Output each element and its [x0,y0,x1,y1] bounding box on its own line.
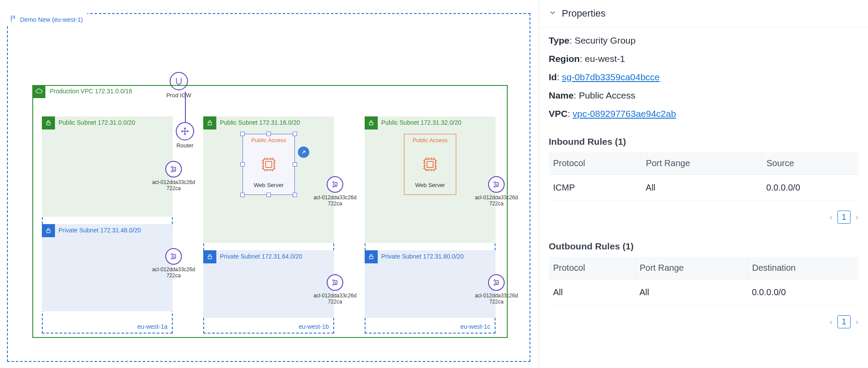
table-header[interactable]: Port Range [635,257,748,279]
property-key: VPC [549,109,567,119]
availability-zone-b[interactable]: Public Subnet 172.31.16.0/20 Public Acce… [203,116,334,334]
table-cell: 0.0.0.0/0 [762,175,858,201]
vpc-container[interactable]: Production VPC 172.31.0.0/16 Public Subn… [32,85,508,338]
property-key: Type [549,35,569,45]
nacl-label: acl-012dda33c26d722ca [152,266,195,279]
resize-handle[interactable] [267,132,271,136]
security-group-box[interactable]: Public Access Web Server [404,134,456,195]
properties-title: Properties [562,8,605,19]
properties-panel: Properties Type: Security Group Region: … [539,0,868,368]
properties-header[interactable]: Properties [539,0,868,27]
table-row[interactable]: All All 0.0.0.0/0 [549,279,858,306]
table-cell: 0.0.0.0/0 [748,279,858,306]
outbound-rules-heading: Outbound Rules (1) [549,241,858,252]
nacl-icon [327,176,343,193]
nacl-icon [165,248,182,265]
nacl-node[interactable]: acl-012dda33c26d722ca [152,161,195,192]
pager-next-icon[interactable]: › [856,213,858,222]
table-cell: All [641,175,762,201]
svg-rect-15 [425,159,436,170]
public-subnet-c-label: Public Subnet 172.31.32.0/20 [381,119,461,126]
svg-point-5 [174,257,174,258]
vpc-label: Production VPC 172.31.0.0/16 [50,88,132,95]
table-row[interactable]: ICMP All 0.0.0.0/0 [549,175,858,201]
availability-zone-c[interactable]: Public Subnet 172.31.32.0/20 Public Acce… [365,116,496,334]
private-subnet-c-label: Private Subnet 172.31.80.0/20 [381,253,464,260]
inbound-pager: ‹ 1 › [549,211,858,224]
architecture-canvas[interactable]: Demo New (eu-west-1) Prod IGW Router Pro… [0,0,539,368]
svg-point-13 [335,283,335,284]
svg-point-11 [335,185,335,186]
nacl-icon [488,176,505,193]
security-group-name: Public Access [404,137,456,143]
security-group-box-selected[interactable]: Public Access Web Server [243,134,295,195]
nacl-label: acl-012dda33c26d722ca [313,194,357,207]
svg-point-21 [496,283,497,284]
outbound-pager: ‹ 1 › [549,315,858,328]
nacl-label: acl-012dda33c26d722ca [152,179,195,192]
nacl-node[interactable]: acl-012dda33c26d722ca [313,176,357,207]
table-header[interactable]: Protocol [549,152,641,175]
property-key: Name [549,90,574,100]
svg-rect-17 [369,256,373,259]
svg-rect-9 [208,256,212,259]
property-id: Id: sg-0b7db3359ca04bcce [549,72,858,82]
table-header[interactable]: Destination [748,257,858,279]
flag-icon [10,15,17,24]
outbound-rules-table: Protocol Port Range Destination All All … [549,257,858,306]
nacl-label: acl-012dda33c26d722ca [475,293,518,305]
az-b-label: eu-west-1b [299,323,329,330]
security-group-id-link[interactable]: sg-0b7db3359ca04bcce [562,72,660,82]
svg-rect-6 [208,123,212,125]
lock-icon [365,116,378,129]
svg-point-3 [174,170,174,170]
pager-prev-icon[interactable]: ‹ [830,213,832,222]
table-header[interactable]: Source [762,152,858,175]
property-key: Region [549,54,580,64]
nacl-node[interactable]: acl-012dda33c26d722ca [475,274,518,305]
pager-current-page[interactable]: 1 [837,315,851,328]
resize-handle[interactable] [293,162,297,167]
nacl-label: acl-012dda33c26d722ca [475,194,518,207]
private-subnet-a-label: Private Subnet 172.31.48.0/20 [58,227,141,234]
nacl-icon [488,274,505,291]
resize-handle[interactable] [267,193,271,197]
direction-badge-icon[interactable] [298,147,309,158]
lock-icon [42,224,55,237]
table-header[interactable]: Port Range [641,152,762,175]
table-header[interactable]: Protocol [549,257,635,279]
private-subnet-b-label: Private Subnet 172.31.64.0/20 [220,253,302,260]
nacl-label: acl-012dda33c26d722ca [313,293,357,305]
property-region: Region: eu-west-1 [549,54,858,64]
nacl-node[interactable]: acl-012dda33c26d722ca [475,176,518,207]
inbound-rules-table: Protocol Port Range Source ICMP All 0.0.… [549,152,858,201]
table-cell: All [549,279,635,306]
pager-next-icon[interactable]: › [856,317,858,327]
availability-zone-a[interactable]: Public Subnet 172.31.0.0/20 Private Subn… [42,116,173,334]
resize-handle[interactable] [240,132,245,136]
nacl-node[interactable]: acl-012dda33c26d722ca [152,248,195,279]
property-vpc: VPC: vpc-089297763ae94c2ab [549,109,858,119]
pager-prev-icon[interactable]: ‹ [830,317,832,327]
property-type: Type: Security Group [549,35,858,46]
az-c-label: eu-west-1c [461,323,490,330]
chevron-down-icon [549,8,557,19]
vpc-id-link[interactable]: vpc-089297763ae94c2ab [573,109,676,119]
security-group-name: Public Access [243,137,294,143]
nacl-node[interactable]: acl-012dda33c26d722ca [313,274,357,305]
resize-handle[interactable] [293,193,297,197]
property-value: Security Group [574,35,636,45]
ec2-icon [421,155,439,174]
lock-icon [42,116,55,129]
property-name: Name: Public Access [549,90,858,101]
svg-point-19 [496,185,497,186]
resize-handle[interactable] [293,132,297,136]
pager-current-page[interactable]: 1 [837,211,851,224]
public-subnet-a-label: Public Subnet 172.31.0.0/20 [58,119,135,126]
resize-handle[interactable] [240,193,245,197]
property-value: eu-west-1 [585,54,625,64]
svg-rect-7 [263,159,274,170]
region-label[interactable]: Demo New (eu-west-1) [7,13,87,26]
resize-handle[interactable] [240,162,245,167]
inbound-rules-heading: Inbound Rules (1) [549,136,858,147]
